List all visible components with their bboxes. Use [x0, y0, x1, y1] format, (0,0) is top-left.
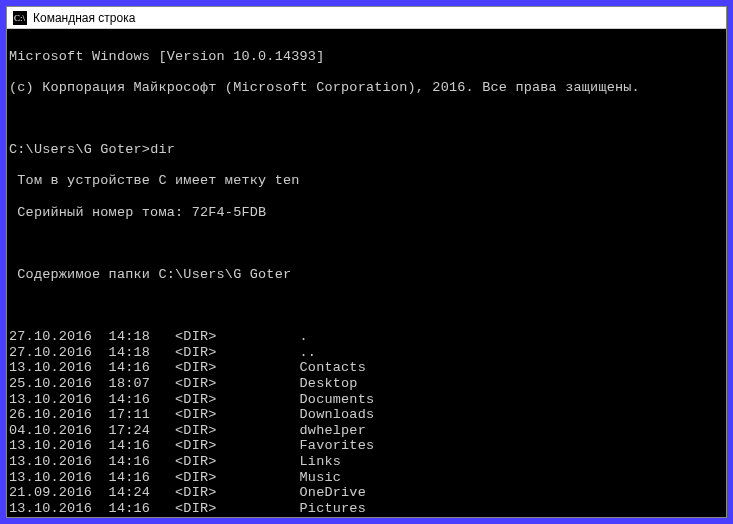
volume-serial: Серийный номер тома: 72F4-5FDB — [9, 205, 724, 221]
dir-entry: 13.10.2016 14:16 <DIR> Documents — [9, 392, 724, 408]
dir-entry: 13.10.2016 14:16 <DIR> Favorites — [9, 438, 724, 454]
terminal-output[interactable]: Microsoft Windows [Version 10.0.14393] (… — [7, 29, 726, 517]
command: dir — [150, 142, 175, 157]
volume-label: Том в устройстве C имеет метку ten — [9, 173, 724, 189]
svg-text:C:\: C:\ — [14, 13, 26, 23]
dir-entry: 27.10.2016 14:18 <DIR> .. — [9, 345, 724, 361]
blank — [9, 236, 724, 252]
window-title: Командная строка — [33, 11, 135, 25]
dir-entry: 04.10.2016 17:24 <DIR> dwhelper — [9, 423, 724, 439]
dir-listing: 27.10.2016 14:18 <DIR> .27.10.2016 14:18… — [9, 329, 724, 517]
prompt-path: C:\Users\G Goter> — [9, 142, 150, 157]
os-version: Microsoft Windows [Version 10.0.14393] — [9, 49, 724, 65]
dir-entry: 13.10.2016 14:16 <DIR> Links — [9, 454, 724, 470]
dir-entry: 13.10.2016 14:16 <DIR> Pictures — [9, 501, 724, 517]
dir-entry: 25.10.2016 18:07 <DIR> Desktop — [9, 376, 724, 392]
dir-entry: 13.10.2016 14:16 <DIR> Music — [9, 470, 724, 486]
dir-entry: 26.10.2016 17:11 <DIR> Downloads — [9, 407, 724, 423]
dir-entry: 21.09.2016 14:24 <DIR> OneDrive — [9, 485, 724, 501]
blank — [9, 111, 724, 127]
dir-entry: 27.10.2016 14:18 <DIR> . — [9, 329, 724, 345]
blank — [9, 298, 724, 314]
directory-of: Содержимое папки C:\Users\G Goter — [9, 267, 724, 283]
copyright: (c) Корпорация Майкрософт (Microsoft Cor… — [9, 80, 724, 96]
prompt-dir: C:\Users\G Goter>dir — [9, 142, 724, 158]
cmd-icon: C:\ — [13, 11, 27, 25]
titlebar[interactable]: C:\ Командная строка — [7, 7, 726, 29]
cmd-window: C:\ Командная строка Microsoft Windows [… — [6, 6, 727, 518]
dir-entry: 13.10.2016 14:16 <DIR> Saved Games — [9, 516, 724, 517]
dir-entry: 13.10.2016 14:16 <DIR> Contacts — [9, 360, 724, 376]
